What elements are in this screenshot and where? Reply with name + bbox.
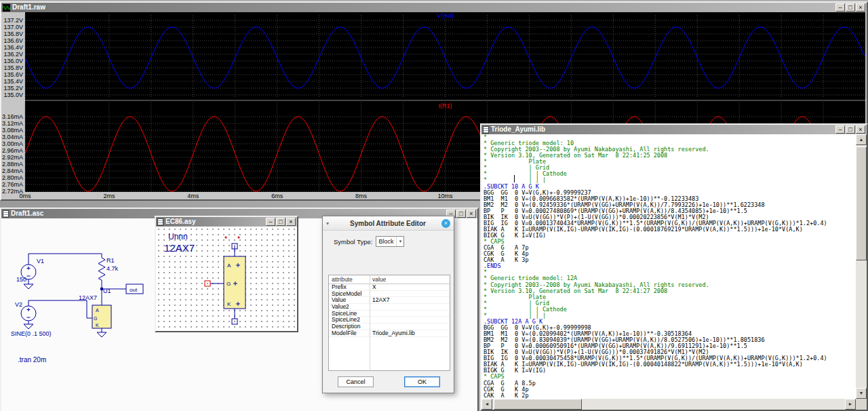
scrollbar-corner (856, 399, 867, 410)
x-axis-label: 8ms (355, 193, 368, 199)
close-button[interactable]: × (856, 3, 865, 12)
pin-g-handle-selected[interactable] (205, 281, 210, 286)
symbol-canvas[interactable]: Unnn 12AX7 A G K (156, 227, 297, 331)
table-row[interactable]: Description (329, 324, 450, 330)
table-row[interactable]: Value2 (329, 304, 450, 311)
scrollbar-thumb[interactable] (494, 399, 582, 410)
ground-symbol (97, 332, 106, 337)
symbol-titlebar[interactable]: EC86.asy –□× (156, 217, 297, 227)
x-axis-label: 2ms (103, 193, 115, 199)
y-axis-label: 2.88mA (2, 161, 23, 168)
window-title: Triode_Ayumi.lib (491, 125, 833, 134)
component-value[interactable]: SINE(0 .1 500) (11, 330, 52, 337)
scroll-right-button[interactable]: ► (845, 399, 856, 410)
vertical-scrollbar[interactable]: ▲ ▼ (856, 134, 867, 399)
y-axis-label: 3.00mA (2, 140, 23, 147)
maximize-button[interactable]: □ (276, 218, 285, 226)
attr-value-cell: Triode_Ayumi.lib (370, 330, 418, 336)
window-symbol-editor: EC86.asy –□× Unnn 12AX7 A G K (155, 216, 298, 332)
component-value[interactable]: 12AX7 (79, 294, 97, 301)
dialog-title: Symbol Attribute Editor (334, 220, 441, 227)
y-axis-label: 136.4V (3, 44, 23, 51)
minimize-button[interactable]: – (266, 218, 275, 226)
component-ref[interactable]: R1 (106, 257, 115, 264)
attr-name-cell: SpiceLine (329, 311, 370, 317)
scroll-up-button[interactable]: ▲ (856, 134, 867, 145)
x-axis-label: 6ms (271, 193, 283, 199)
lib-line: CGA G A 7p (484, 245, 856, 251)
minimize-button[interactable]: – (835, 3, 845, 12)
chevron-down-icon: ▾ (326, 220, 334, 227)
close-button[interactable]: × (467, 210, 476, 218)
x-axis-label: 0ms (19, 193, 31, 199)
symbol-type-label: Symbol Type: (334, 238, 372, 246)
waveform-titlebar[interactable]: Draft1.raw –□× (1, 3, 867, 12)
y-axis-label: 135.8V (3, 64, 23, 71)
horizontal-scrollbar[interactable]: ◄ ► (481, 399, 856, 410)
table-row[interactable]: Value12AX7 (329, 297, 450, 304)
scroll-left-button[interactable]: ◄ (481, 399, 492, 410)
component-ref[interactable]: V1 (37, 258, 44, 265)
x-axis-label: 4ms (187, 193, 199, 199)
attribute-table[interactable]: attribute value PrefixXSpiceModelValue12… (328, 275, 450, 371)
lib-line: BIGK G K I=V(IG) (484, 233, 856, 239)
component-value[interactable]: 150 (16, 276, 26, 283)
attr-value-cell (370, 291, 375, 297)
trace-label[interactable]: V(out) (437, 12, 454, 19)
attr-header-attribute: attribute (329, 275, 370, 283)
table-row[interactable]: PrefixX (329, 284, 450, 291)
waveform-file-icon (3, 4, 10, 12)
window-library-viewer: Triode_Ayumi.lib –□× ** Generic triode m… (480, 123, 868, 411)
trace-label[interactable]: I(R1) (439, 102, 452, 109)
close-button[interactable]: × (856, 125, 865, 134)
ok-button[interactable]: OK (404, 376, 440, 387)
lib-line: CGK G K 4p (484, 251, 856, 257)
table-row[interactable]: ModelFileTriode_Ayumi.lib (329, 330, 450, 337)
window-controls: –□× (835, 125, 865, 134)
spice-directive[interactable]: .tran 20m (18, 356, 46, 364)
text-caret (514, 175, 515, 182)
attr-value-cell (370, 317, 375, 323)
y-axis-label: 2.96mA (2, 147, 23, 154)
symbol-attribute-editor-dialog: ▾ Symbol Attribute Editor × Symbol Type:… (322, 216, 454, 393)
pin-label-k: K (96, 323, 99, 328)
dialog-titlebar[interactable]: ▾ Symbol Attribute Editor × (323, 216, 454, 231)
component-value[interactable]: 4.7k (106, 265, 119, 272)
lib-line: CGK G K 4p (484, 387, 856, 393)
lib-text-editor[interactable]: ** Generic triode model: 10* Copyright 2… (481, 134, 856, 399)
maximize-button[interactable]: □ (846, 3, 855, 12)
y-axis-label: 136.8V (3, 31, 23, 37)
scrollbar-thumb[interactable] (856, 146, 867, 260)
y-axis-label: 135.4V (3, 78, 23, 85)
maximize-button[interactable]: □ (456, 210, 466, 218)
pin-k-handle[interactable] (232, 319, 237, 324)
table-row[interactable]: SpiceModel (329, 291, 450, 298)
symbol-type-combobox[interactable]: Block ▾ (376, 236, 404, 247)
resistor-r1[interactable] (98, 258, 105, 289)
y-axis-label: 3.08mA (2, 127, 23, 134)
pin-label-g: G (226, 281, 231, 287)
symbol-value-text[interactable]: 12AX7 (164, 242, 195, 254)
attr-name-cell: Description (329, 324, 370, 330)
minimize-button[interactable]: – (835, 125, 845, 134)
close-icon[interactable]: × (441, 219, 450, 228)
net-label-text: out (130, 287, 138, 293)
lib-titlebar[interactable]: Triode_Ayumi.lib –□× (481, 125, 867, 134)
text-anchor-dot (225, 237, 227, 239)
y-axis-label: 137.2V (3, 17, 23, 24)
table-row[interactable]: SpiceLine (329, 311, 450, 317)
pin-label-a: A (96, 308, 99, 313)
lib-line: * CAPS (484, 239, 856, 245)
close-button[interactable]: × (286, 218, 296, 226)
attr-name-cell: SpiceModel (329, 291, 370, 297)
component-ref[interactable]: U1 (103, 288, 111, 294)
y-axis-label: 137.0V (3, 24, 23, 31)
cancel-button[interactable]: Cancel (338, 376, 374, 387)
table-row[interactable]: SpiceLine2 (329, 317, 450, 324)
y-axis-label: 136.0V (3, 58, 23, 64)
component-ref[interactable]: V2 (15, 301, 22, 308)
maximize-button[interactable]: □ (846, 125, 855, 134)
scroll-down-button[interactable]: ▼ (856, 388, 867, 399)
symbol-prefix-text[interactable]: Unnn (168, 232, 188, 241)
y-axis-label: 135.2V (3, 85, 23, 92)
